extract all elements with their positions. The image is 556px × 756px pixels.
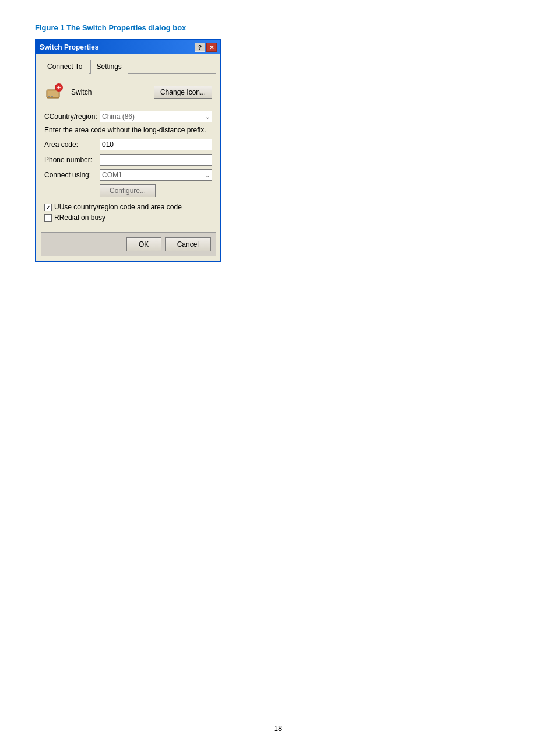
country-region-select[interactable]: China (86) ⌄ bbox=[100, 111, 212, 123]
country-region-row: CCountry/region: China (86) ⌄ bbox=[44, 111, 212, 123]
configure-button[interactable]: Configure... bbox=[100, 184, 156, 197]
phone-number-row: Phone number: bbox=[44, 154, 212, 166]
tabs-row: Connect To Settings bbox=[41, 59, 216, 74]
info-text: Enter the area code without the long-dis… bbox=[44, 126, 212, 134]
tab-connect-to[interactable]: Connect To bbox=[41, 60, 89, 74]
redial-label: RRedial on busy bbox=[54, 214, 105, 222]
switch-icon bbox=[44, 82, 65, 103]
help-button[interactable]: ? bbox=[195, 43, 205, 52]
switch-label: Switch bbox=[71, 88, 148, 96]
connect-using-row: Connect using: COM1 ⌄ bbox=[44, 169, 212, 181]
icon-row: Switch Change Icon... bbox=[44, 82, 212, 103]
area-code-input[interactable] bbox=[100, 139, 212, 150]
connect-using-label: Connect using: bbox=[44, 171, 100, 179]
cancel-button[interactable]: Cancel bbox=[165, 237, 211, 251]
connect-using-value: COM1 bbox=[102, 171, 205, 179]
tab-settings[interactable]: Settings bbox=[90, 60, 128, 74]
phone-number-label: Phone number: bbox=[44, 156, 100, 164]
tab-content: Switch Change Icon... CCountry/region: C… bbox=[41, 79, 216, 226]
use-country-checkbox[interactable] bbox=[44, 204, 52, 211]
country-region-arrow: ⌄ bbox=[205, 114, 210, 120]
dialog-title: Switch Properties bbox=[40, 43, 98, 51]
page-number: 18 bbox=[274, 724, 282, 733]
area-code-label: Area code: bbox=[44, 141, 100, 149]
connect-using-arrow: ⌄ bbox=[205, 172, 210, 178]
dialog-box: Switch Properties ? ✕ Connect To Setting… bbox=[35, 39, 221, 262]
dialog-titlebar: Switch Properties ? ✕ bbox=[36, 40, 220, 54]
connect-using-select[interactable]: COM1 ⌄ bbox=[100, 169, 212, 181]
svg-rect-6 bbox=[48, 96, 50, 97]
phone-number-input[interactable] bbox=[100, 154, 212, 166]
use-country-label: UUse country/region code and area code bbox=[54, 203, 182, 211]
area-code-row: Area code: bbox=[44, 139, 212, 150]
dialog-body: Connect To Settings bbox=[36, 54, 220, 261]
svg-rect-7 bbox=[51, 96, 53, 97]
change-icon-button[interactable]: Change Icon... bbox=[154, 86, 212, 99]
country-region-value: China (86) bbox=[102, 113, 205, 121]
redial-checkbox-row: RRedial on busy bbox=[44, 214, 212, 222]
redial-checkbox[interactable] bbox=[44, 214, 52, 222]
dialog-footer: OK Cancel bbox=[41, 232, 216, 256]
use-country-checkbox-row: UUse country/region code and area code bbox=[44, 203, 212, 211]
close-button[interactable]: ✕ bbox=[206, 43, 217, 52]
country-region-label: CCountry/region: bbox=[44, 113, 100, 121]
ok-button[interactable]: OK bbox=[126, 237, 161, 251]
configure-row: Configure... bbox=[100, 184, 212, 197]
figure-caption: Figure 1 The Switch Properties dialog bo… bbox=[35, 23, 521, 32]
